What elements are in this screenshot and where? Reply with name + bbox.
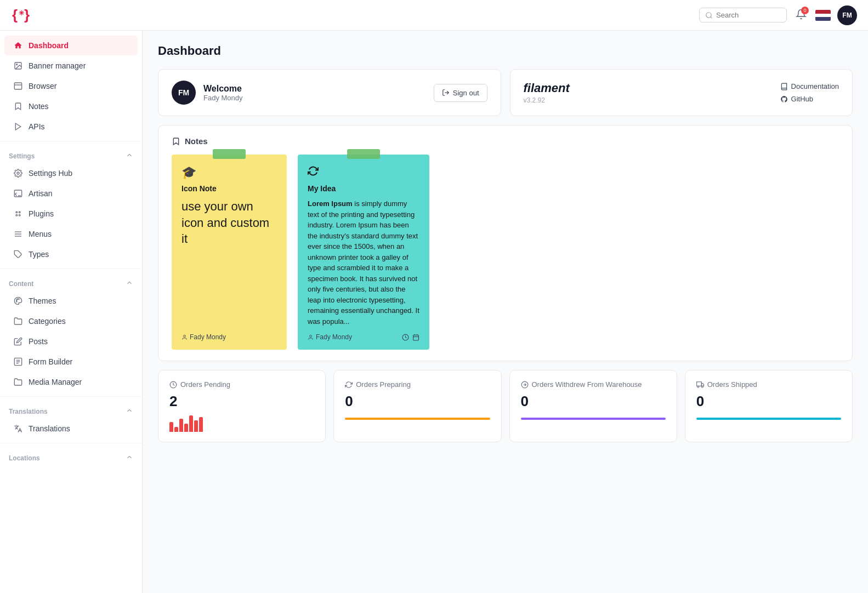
form-icon	[13, 357, 23, 367]
folder2-icon	[13, 377, 23, 387]
divider-3	[0, 396, 142, 397]
svg-marker-41	[701, 383, 704, 386]
svg-text:}: }	[24, 7, 30, 23]
note1-icon: 🎓	[181, 166, 277, 180]
documentation-link[interactable]: Documentation	[780, 82, 839, 90]
sticky-note-2[interactable]: My Idea Lorem Ipsum is simply dummy text…	[298, 155, 429, 350]
settings-chevron-icon[interactable]	[126, 151, 133, 161]
top-cards-row: FM Welcome Fady Mondy Sign out filament …	[158, 69, 853, 116]
svg-point-14	[19, 212, 20, 213]
svg-point-43	[701, 386, 703, 387]
sidebar-item-dashboard[interactable]: Dashboard	[4, 36, 138, 55]
sidebar-item-types[interactable]: Types	[4, 244, 138, 264]
sidebar: Dashboard Banner manager Browser Notes A…	[0, 31, 143, 593]
svg-point-10	[17, 172, 19, 174]
signout-button[interactable]: Sign out	[434, 84, 487, 102]
home-icon	[13, 41, 23, 50]
flag-icon	[815, 10, 831, 21]
search-box[interactable]	[699, 8, 787, 22]
book-icon	[780, 83, 788, 90]
mini-bar	[174, 427, 178, 432]
github-link[interactable]: GitHub	[780, 95, 839, 103]
svg-rect-7	[14, 83, 21, 89]
sidebar-item-themes[interactable]: Themes	[4, 291, 138, 311]
stat-card-orders-pending: Orders Pending 2	[158, 370, 326, 442]
topnav: { ✳ } 0 FM	[0, 0, 868, 31]
sidebar-item-categories[interactable]: Categories	[4, 311, 138, 331]
notes-header-icon	[172, 137, 180, 146]
edit-icon	[13, 337, 23, 346]
stat-card-orders-shipped: Orders Shipped 0	[685, 370, 853, 442]
stat-value-preparing: 0	[345, 393, 490, 410]
clock-icon	[169, 381, 177, 389]
grid-icon	[13, 209, 23, 219]
tag-icon	[13, 249, 23, 259]
calendar-icon	[412, 334, 419, 341]
stat-card-orders-withdrew: Orders Withdrew From Warehouse 0	[509, 370, 677, 442]
stat-bar-withdrew	[521, 418, 666, 420]
mini-bar	[179, 419, 183, 432]
list-icon	[13, 229, 23, 239]
user-icon	[181, 334, 188, 340]
note2-action-icons	[402, 334, 419, 341]
sidebar-item-translations[interactable]: Translations	[4, 419, 138, 438]
user-avatar-button[interactable]: FM	[837, 5, 857, 25]
locations-chevron-icon[interactable]	[126, 453, 133, 463]
filament-info: filament v3.2.92	[524, 81, 570, 104]
stat-value-withdrew: 0	[521, 393, 666, 410]
sidebar-item-browser[interactable]: Browser	[4, 76, 138, 96]
stat-label-pending: Orders Pending	[169, 380, 314, 389]
stat-value-pending: 2	[169, 393, 314, 410]
sidebar-item-notes[interactable]: Notes	[4, 96, 138, 116]
mini-bar	[189, 415, 193, 432]
search-input[interactable]	[716, 11, 781, 19]
content-chevron-icon[interactable]	[126, 279, 133, 288]
stat-bar-preparing	[345, 418, 490, 420]
svg-text:✳: ✳	[19, 9, 24, 17]
clock2-icon	[402, 334, 409, 341]
stat-card-orders-preparing: Orders Preparing 0	[333, 370, 501, 442]
circle-arrow-icon	[521, 381, 529, 389]
svg-point-31	[310, 335, 312, 337]
notification-badge: 0	[801, 7, 809, 14]
sidebar-item-settings-hub[interactable]: Settings Hub	[4, 163, 138, 183]
notification-button[interactable]: 0	[793, 7, 809, 24]
svg-point-16	[19, 214, 20, 216]
welcome-card: FM Welcome Fady Mondy Sign out	[158, 69, 501, 116]
sticky-note-1[interactable]: 🎓 Icon Note use your own icon and custom…	[172, 155, 287, 350]
search-icon	[705, 12, 713, 19]
settings-icon	[13, 168, 23, 178]
sidebar-item-media-manager[interactable]: Media Manager	[4, 372, 138, 392]
refresh-icon	[345, 381, 353, 389]
browser-icon	[13, 81, 23, 91]
locations-section-header: Locations	[0, 448, 142, 465]
sidebar-item-menus[interactable]: Menus	[4, 224, 138, 244]
note1-title: Icon Note	[181, 184, 277, 193]
sidebar-item-apis[interactable]: APIs	[4, 117, 138, 136]
divider-1	[0, 141, 142, 141]
svg-point-24	[19, 299, 19, 299]
sidebar-item-form-builder[interactable]: Form Builder	[4, 352, 138, 372]
tape-2	[347, 149, 380, 159]
topnav-right: 0 FM	[699, 5, 857, 25]
notes-grid: 🎓 Icon Note use your own icon and custom…	[172, 155, 839, 350]
divider-2	[0, 269, 142, 269]
svg-point-21	[16, 301, 17, 302]
translations-chevron-icon[interactable]	[126, 407, 133, 416]
stats-grid: Orders Pending 2 Orders Preparing	[158, 370, 853, 442]
sidebar-item-posts[interactable]: Posts	[4, 332, 138, 351]
main-content: Dashboard FM Welcome Fady Mondy Sign out	[143, 31, 868, 593]
logo[interactable]: { ✳ }	[11, 4, 33, 26]
stat-label-withdrew: Orders Withdrew From Warehouse	[521, 380, 666, 389]
svg-point-15	[16, 214, 18, 216]
svg-text:{: {	[12, 7, 18, 23]
translate-icon	[13, 424, 23, 434]
sidebar-item-plugins[interactable]: Plugins	[4, 204, 138, 224]
svg-point-22	[16, 300, 17, 300]
svg-point-42	[697, 386, 699, 387]
sidebar-item-artisan[interactable]: Artisan	[4, 184, 138, 203]
terminal-icon	[13, 189, 23, 198]
sidebar-item-banner-manager[interactable]: Banner manager	[4, 56, 138, 76]
svg-point-3	[706, 12, 711, 17]
note1-body: use your own icon and custom it	[181, 198, 277, 327]
